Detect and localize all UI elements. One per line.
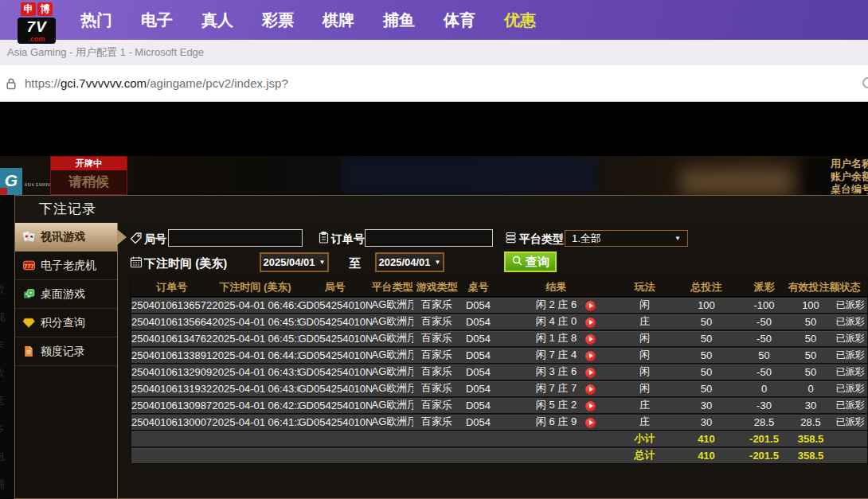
valid-bet-cell: 28.5 — [788, 414, 834, 431]
sidebar-item-label: 积分查询 — [41, 316, 85, 330]
total-bet-cell: 50 — [673, 347, 741, 364]
sidebar-item[interactable]: 桌面游戏 — [15, 280, 117, 309]
background-glyph: 欧 — [0, 366, 5, 380]
platform-type-label: 平台类型 — [519, 230, 564, 248]
result-text: 闲 5 庄 2 — [517, 398, 596, 412]
account-info: 用户名称账户余额桌台编号 — [831, 158, 868, 195]
valid-bet-cell: 100 — [788, 297, 834, 314]
column-header: 订单号 — [131, 279, 213, 297]
left-edge-strip: 款视卡欧竞多电捕 — [0, 195, 14, 499]
table-no-cell: D054 — [461, 364, 496, 380]
platform-cell: AG欧洲厅 — [372, 397, 413, 414]
calendar-icon — [130, 255, 143, 271]
sidebar-item[interactable]: 视讯游戏 — [15, 223, 117, 251]
valid-bet-cell: 50 — [788, 364, 834, 380]
bet-records-panel: 下注记录 视讯游戏777电子老虎机桌面游戏积分查询额度记录 局号 订单号 — [14, 195, 868, 499]
platform-type-select[interactable]: 1.全部 ▼ — [565, 230, 688, 247]
nav-item[interactable]: 电子 — [141, 10, 173, 31]
background-glyph: 竞 — [0, 394, 5, 408]
account-info-line: 账户余额 — [831, 170, 868, 183]
play-video-icon[interactable] — [585, 301, 596, 311]
nav-item[interactable]: 捕鱼 — [383, 10, 415, 31]
nav-item[interactable]: 体育 — [444, 10, 475, 31]
asia-gaming-name: ASIA GAMING — [25, 183, 53, 187]
logo-badge-1: 申 — [21, 2, 36, 16]
result-cell: 闲 5 庄 2 — [496, 397, 617, 414]
play-type-cell: 闲 — [617, 380, 673, 397]
payout-cell: -50 — [741, 314, 788, 330]
table-no-cell: D054 — [461, 330, 496, 347]
site-logo[interactable]: 申 博 7V .com — [18, 2, 57, 42]
payout-cell: -50 — [741, 330, 788, 347]
result-cell: 闲 4 庄 0 — [496, 314, 617, 330]
magnifier-icon — [511, 255, 523, 269]
lock-icon[interactable] — [6, 77, 17, 93]
play-video-icon[interactable] — [585, 334, 596, 345]
sidebar-item[interactable]: 额度记录 — [15, 337, 117, 366]
empty-cell — [299, 431, 372, 447]
play-type-cell: 庄 — [617, 314, 673, 330]
total-bet-cell: 50 — [673, 314, 741, 330]
valid-bet-cell: 50 — [788, 330, 834, 347]
valid-bet-cell: 50 — [788, 314, 834, 330]
sidebar-item[interactable]: 积分查询 — [15, 309, 117, 337]
empty-cell — [496, 447, 617, 464]
browser-action-icon[interactable] — [862, 77, 868, 88]
play-video-icon[interactable] — [585, 384, 596, 395]
column-header: 结果 — [496, 279, 617, 297]
bet-record-row: 2504010613290982025-04-01 06:43:52GD0542… — [131, 364, 868, 380]
platform-cell: AG欧洲厅 — [372, 347, 413, 364]
status-cell: 已派彩 — [834, 397, 868, 414]
background-glyph: 卡 — [0, 338, 5, 353]
play-video-icon[interactable] — [585, 401, 596, 411]
chevron-down-icon: ▼ — [674, 235, 681, 242]
nav-item[interactable]: 棋牌 — [323, 10, 354, 31]
round-no-label: 局号 — [144, 230, 166, 248]
sum-total-bet-cell: 410 — [673, 431, 741, 447]
empty-cell — [461, 447, 496, 464]
sum-payout-cell: -201.5 — [741, 447, 788, 464]
chevron-down-icon: ▼ — [435, 259, 441, 266]
game-type-cell: 百家乐 — [413, 380, 461, 397]
play-video-icon[interactable] — [585, 318, 596, 328]
date-from-select[interactable]: 2025/04/01 ▼ — [260, 252, 329, 272]
empty-cell — [413, 447, 461, 464]
column-header: 下注时间 (美东) — [213, 279, 299, 297]
round-no-cell: GD054254010NP — [299, 347, 372, 364]
status-cell: 已派彩 — [834, 330, 868, 347]
sidebar-item[interactable]: 777电子老虎机 — [15, 251, 117, 280]
bet-time-cell: 2025-04-01 06:43:07 — [213, 380, 299, 397]
address-bar[interactable]: https://gci.7vvvvvv.com/agingame/pcv2/in… — [0, 65, 868, 102]
layers-icon — [505, 232, 517, 247]
platform-type-value: 1.全部 — [572, 232, 601, 246]
search-button[interactable]: 查询 — [504, 251, 557, 272]
sidebar-item-label: 视讯游戏 — [41, 230, 85, 244]
round-no-cell: GD054254010NR — [299, 314, 372, 330]
round-no-input[interactable] — [168, 229, 303, 247]
result-cell: 闲 6 庄 9 — [496, 414, 617, 431]
sidebar-item-label: 电子老虎机 — [41, 259, 96, 273]
bet-time-cell: 2025-04-01 06:44:36 — [213, 347, 299, 364]
table-no-cell: D054 — [461, 380, 496, 397]
date-from-value: 2025/04/01 — [264, 256, 315, 268]
date-to-select[interactable]: 2025/04/01 ▼ — [375, 252, 444, 272]
play-video-icon[interactable] — [585, 368, 596, 378]
nav-item[interactable]: 真人 — [201, 10, 233, 31]
bet-record-row: 2504010613000762025-04-01 06:41:38GD0542… — [131, 414, 868, 431]
play-video-icon[interactable] — [585, 351, 596, 361]
bet-time-cell: 2025-04-01 06:42:23 — [213, 397, 299, 414]
url-text[interactable]: https://gci.7vvvvvv.com/agingame/pcv2/in… — [25, 65, 288, 101]
status-cell: 已派彩 — [834, 364, 868, 380]
column-header: 有效投注额 — [788, 279, 834, 297]
order-no-input[interactable] — [365, 229, 493, 247]
round-no-cell: GD054254010NQ — [299, 330, 372, 347]
play-video-icon[interactable] — [585, 418, 596, 428]
game-type-cell: 百家乐 — [413, 397, 461, 414]
nav-item[interactable]: 彩票 — [262, 10, 294, 31]
result-cell: 闲 7 庄 7 — [496, 380, 617, 397]
nav-item[interactable]: 热门 — [80, 10, 112, 31]
nav-item[interactable]: 优惠 — [504, 10, 536, 31]
empty-cell — [372, 447, 413, 464]
bet-record-row: 2504010613098732025-04-01 06:42:23GD0542… — [131, 397, 868, 414]
sum-valid-bet-cell: 358.5 — [788, 431, 834, 447]
